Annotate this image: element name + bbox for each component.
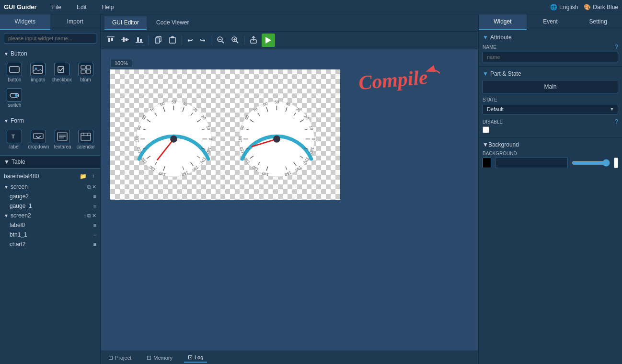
- svg-point-9: [15, 94, 18, 97]
- tab-import[interactable]: Import: [50, 14, 101, 30]
- tree-child-label0[interactable]: label0 ≡: [0, 220, 100, 230]
- tab-widgets[interactable]: Widgets: [0, 14, 50, 30]
- part-state-header: ▼ Part & State: [483, 70, 618, 77]
- bottom-tab-memory-label: Memory: [153, 355, 173, 361]
- name-field-input[interactable]: [483, 52, 618, 62]
- tree-screen2-header[interactable]: ▼ screen2 ↑ ⧉ ✕: [0, 211, 100, 220]
- section-form-header[interactable]: ▼ Form: [0, 115, 100, 126]
- tree-child-gauge2[interactable]: gauge2 ≡: [0, 192, 100, 201]
- disable-help-icon[interactable]: ?: [615, 118, 618, 125]
- section-table-header[interactable]: ▼ Table: [0, 155, 100, 169]
- menu-edit[interactable]: Edit: [73, 3, 91, 11]
- widget-label-label: label: [10, 144, 20, 149]
- main-button[interactable]: Main: [483, 80, 618, 93]
- tab-code-viewer[interactable]: Code Viewer: [149, 16, 196, 30]
- tree-child-chart2[interactable]: chart2 ≡: [0, 239, 100, 249]
- attribute-arrow: ▼: [483, 34, 488, 41]
- widget-textarea[interactable]: textarea: [52, 128, 73, 151]
- widget-dropdown[interactable]: dropdown: [27, 128, 50, 151]
- tree-child-btn1[interactable]: btn1_1 ≡: [0, 230, 100, 239]
- svg-rect-27: [137, 37, 139, 42]
- tree-screen-group: ▼ screen ⧉ ✕ gauge2 ≡ gauge_1 ≡: [0, 182, 100, 211]
- menu-file[interactable]: File: [48, 3, 65, 11]
- svg-rect-25: [126, 38, 127, 41]
- screen-copy-btn[interactable]: ⧉: [87, 184, 91, 190]
- widget-calendar[interactable]: calendar: [75, 128, 96, 151]
- right-tab-setting[interactable]: Setting: [574, 14, 622, 30]
- svg-rect-0: [10, 67, 19, 72]
- color-swatch[interactable]: [483, 158, 491, 168]
- child-chart2-name: chart2: [10, 241, 93, 248]
- bottom-tab-log[interactable]: ⊡ Log: [184, 353, 207, 363]
- name-help-icon[interactable]: ?: [615, 44, 618, 50]
- project-add-btn[interactable]: 📁: [78, 172, 88, 180]
- canvas-area[interactable]: Compile 100%: [101, 49, 478, 351]
- widget-button[interactable]: button: [4, 61, 25, 84]
- canvas[interactable]: 0 10 20 30: [110, 69, 340, 200]
- background-section: ▼ Background BACKGROUND: [479, 137, 622, 172]
- color-text-input[interactable]: [495, 158, 568, 168]
- section-button-header[interactable]: ▼ Button: [0, 48, 100, 59]
- svg-rect-22: [111, 38, 113, 41]
- project-tree: baremetal480 📁 + ▼ screen ⧉ ✕ gauge2: [0, 169, 100, 251]
- widget-switch[interactable]: switch: [4, 86, 25, 110]
- svg-point-83: [170, 136, 177, 143]
- project-new-btn[interactable]: +: [90, 172, 96, 180]
- widget-btnm-icon: [78, 63, 93, 76]
- tree-screen-header[interactable]: ▼ screen ⧉ ✕: [0, 182, 100, 192]
- run-button[interactable]: [262, 34, 275, 47]
- gauge-1: 0 10 20 30: [129, 89, 218, 180]
- paste-btn[interactable]: [166, 34, 179, 46]
- bottom-tab-memory[interactable]: ⊡ Memory: [143, 353, 176, 362]
- widget-checkbox[interactable]: checkbox: [51, 61, 73, 84]
- tab-gui-editor[interactable]: GUI Editor: [104, 16, 147, 30]
- language-button[interactable]: 🌐 English: [550, 4, 578, 11]
- state-select[interactable]: Default: [483, 104, 618, 114]
- main-layout: Widgets Import ▼ Button button: [0, 14, 622, 364]
- menu-help[interactable]: Help: [98, 3, 118, 11]
- align-top-btn[interactable]: [104, 34, 117, 46]
- opacity-slider[interactable]: [572, 159, 610, 167]
- screen-delete-btn[interactable]: ✕: [92, 184, 96, 190]
- export-btn[interactable]: [247, 34, 260, 46]
- widget-label[interactable]: T label: [4, 128, 25, 151]
- button-widget-grid: button imgbtn checkbox: [0, 59, 100, 112]
- sidebar: Widgets Import ▼ Button button: [0, 14, 101, 364]
- screen2-up-btn[interactable]: ↑: [84, 213, 87, 219]
- screen2-arrow: ▼: [4, 213, 9, 218]
- undo-btn[interactable]: ↩: [185, 35, 196, 46]
- widget-textarea-icon: [55, 130, 70, 143]
- theme-icon: 🎨: [584, 4, 591, 11]
- attribute-label: Attribute: [490, 34, 512, 41]
- svg-rect-30: [155, 38, 160, 43]
- tree-child-gauge1[interactable]: gauge_1 ≡: [0, 201, 100, 211]
- svg-rect-5: [86, 66, 91, 69]
- disable-checkbox[interactable]: [483, 126, 489, 133]
- sidebar-tabs: Widgets Import: [0, 14, 100, 30]
- copy-btn[interactable]: [152, 34, 164, 46]
- theme-button[interactable]: 🎨 Dark Blue: [584, 4, 618, 11]
- memory-icon: ⊡: [147, 354, 151, 361]
- zoom-out-btn[interactable]: [214, 34, 227, 46]
- section-form-label: Form: [11, 117, 24, 124]
- project-actions: 📁 +: [78, 172, 96, 180]
- screen2-copy-btn[interactable]: ⧉: [87, 213, 91, 219]
- right-tab-event[interactable]: Event: [527, 14, 575, 30]
- align-bottom-btn[interactable]: [133, 34, 146, 46]
- widget-btnm[interactable]: btnm: [75, 61, 96, 84]
- widget-imgbtn[interactable]: imgbtn: [27, 61, 49, 84]
- screen2-delete-btn[interactable]: ✕: [92, 213, 96, 219]
- widget-calendar-label: calendar: [77, 144, 95, 149]
- svg-text:50: 50: [275, 100, 279, 104]
- compile-arrow-svg: [354, 64, 459, 112]
- section-button: ▼ Button button imgbtn: [0, 46, 100, 114]
- redo-btn[interactable]: ↪: [197, 35, 208, 46]
- align-middle-btn[interactable]: [119, 34, 131, 46]
- project-icon: ⊡: [108, 354, 113, 361]
- state-label-text: STATE: [483, 97, 497, 102]
- search-input[interactable]: [4, 33, 96, 44]
- right-tab-widget[interactable]: Widget: [479, 14, 527, 30]
- bottom-tab-project[interactable]: ⊡ Project: [104, 353, 135, 362]
- svg-text:100: 100: [238, 136, 242, 142]
- zoom-in-btn[interactable]: [229, 34, 241, 46]
